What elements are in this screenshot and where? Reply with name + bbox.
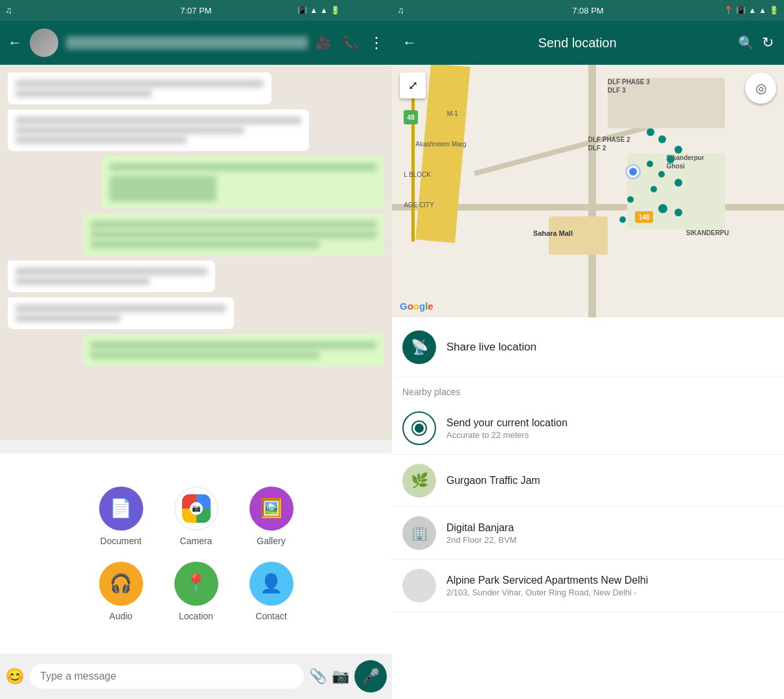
- vibrate-icon-r: 📳: [736, 6, 746, 15]
- audio-icon: 🎧: [110, 573, 132, 594]
- building-icon: 🏢: [411, 525, 428, 542]
- expand-icon: ⤢: [408, 78, 418, 93]
- traffic-jam-name: Gurgaon Traffic Jam: [446, 475, 774, 487]
- action-contact[interactable]: 👤 Contact: [249, 562, 294, 621]
- vibrate-icon: 📳: [297, 6, 307, 15]
- refresh-icon[interactable]: ↻: [762, 34, 774, 51]
- google-logo: Google: [400, 301, 433, 312]
- live-location-icon: 📡: [411, 339, 428, 356]
- location-label: Location: [179, 611, 213, 621]
- document-label: Document: [100, 536, 142, 546]
- gallery-icon-circle: 🖼️: [249, 487, 294, 531]
- place-icon-traffic: 🌿: [402, 464, 436, 498]
- camera-label: Camera: [180, 536, 213, 546]
- current-location-icon: [402, 411, 436, 445]
- current-location-accuracy: Accurate to 22 meters: [446, 430, 774, 440]
- contact-label: Contact: [255, 611, 286, 621]
- action-location[interactable]: 📍 Location: [174, 562, 218, 621]
- chat-area: [0, 65, 392, 441]
- send-location-header: ← Send location 🔍 ↻: [392, 21, 784, 65]
- phone-icon[interactable]: 📞: [342, 35, 358, 51]
- current-location-item[interactable]: Send your current location Accurate to 2…: [392, 402, 784, 455]
- message-bubble: [8, 73, 271, 104]
- map-area: DLF PHASE 3DLF 3 DLF PHASE 2DLF 2 Sikand…: [392, 65, 784, 317]
- search-icon[interactable]: 🔍: [738, 35, 754, 51]
- leaf-icon: 🌿: [411, 472, 428, 489]
- alpine-info: Alpine Park Serviced Apartments New Delh…: [446, 575, 774, 597]
- time-left: 7:07 PM: [180, 6, 211, 16]
- back-button[interactable]: ←: [8, 34, 22, 51]
- input-bar: 😊 📎 📷 🎤: [0, 654, 392, 699]
- spotify-icon-right: ♫: [397, 5, 404, 16]
- signal-icon-r: ▲: [759, 6, 767, 15]
- share-live-location-item[interactable]: 📡 Share live location: [392, 317, 784, 378]
- battery-icon-r: 🔋: [769, 6, 779, 15]
- signal-icon: ▲: [320, 6, 328, 15]
- place-icon-banjara: 🏢: [402, 516, 436, 550]
- action-drawer: 📄 Document 📷 Camera 🖼️ Ga: [0, 453, 392, 654]
- banjara-name: Digital Banjara: [446, 522, 774, 534]
- message-input[interactable]: [30, 664, 304, 689]
- mic-icon: 🎤: [362, 668, 380, 685]
- action-gallery[interactable]: 🖼️ Gallery: [249, 487, 294, 546]
- back-from-location-button[interactable]: ←: [402, 34, 417, 51]
- audio-label: Audio: [110, 611, 133, 621]
- place-icon-alpine: [402, 569, 436, 602]
- location-icon-circle: 📍: [174, 562, 218, 606]
- location-status-icon: 📍: [724, 6, 733, 15]
- place-item-banjara[interactable]: 🏢 Digital Banjara 2nd Floor 22, BVM: [392, 507, 784, 560]
- contact-name: [66, 36, 308, 49]
- current-location-name: Send your current location: [446, 417, 774, 429]
- time-right: 7:08 PM: [572, 6, 603, 16]
- crosshair-icon: ◎: [755, 80, 767, 96]
- attach-button[interactable]: 📎: [309, 668, 327, 685]
- message-bubble: [83, 214, 384, 255]
- locate-me-button[interactable]: ◎: [745, 73, 776, 104]
- location-icon: 📍: [185, 573, 207, 594]
- share-live-label: Share live location: [446, 341, 536, 354]
- avatar: [30, 29, 58, 57]
- send-location-title: Send location: [424, 36, 730, 51]
- wifi-icon-r: ▲: [748, 6, 756, 15]
- contact-icon-circle: 👤: [249, 562, 294, 606]
- nearby-places-label: Nearby places: [392, 378, 784, 402]
- document-icon-circle: 📄: [99, 487, 143, 531]
- banjara-info: Digital Banjara 2nd Floor 22, BVM: [446, 522, 774, 545]
- action-audio[interactable]: 🎧 Audio: [99, 562, 143, 621]
- place-item-traffic[interactable]: 🌿 Gurgaon Traffic Jam: [392, 455, 784, 507]
- wifi-icon: ▲: [310, 6, 317, 15]
- gallery-label: Gallery: [257, 536, 285, 546]
- more-options-icon[interactable]: ⋮: [369, 34, 384, 52]
- share-live-icon: 📡: [402, 330, 436, 364]
- message-bubble: [8, 260, 215, 292]
- banjara-address: 2nd Floor 22, BVM: [446, 535, 774, 545]
- camera-icon-circle: 📷: [174, 487, 218, 531]
- message-bubble: [8, 297, 234, 329]
- contact-icon: 👤: [260, 573, 282, 594]
- battery-icon: 🔋: [330, 6, 340, 15]
- video-call-icon[interactable]: 🎥: [316, 35, 332, 51]
- status-bar-left: ♫ 📳 ▲ ▲ 🔋 7:07 PM: [0, 0, 392, 21]
- audio-icon-circle: 🎧: [99, 562, 143, 606]
- alpine-name: Alpine Park Serviced Apartments New Delh…: [446, 575, 774, 586]
- message-bubble: [8, 109, 309, 151]
- action-document[interactable]: 📄 Document: [99, 487, 143, 546]
- location-panel: 📡 Share live location Nearby places Send…: [392, 317, 784, 699]
- gallery-icon: 🖼️: [260, 498, 282, 519]
- expand-map-button[interactable]: ⤢: [400, 73, 426, 98]
- message-bubble: [83, 334, 384, 366]
- mic-button[interactable]: 🎤: [354, 660, 387, 693]
- document-icon: 📄: [110, 498, 132, 519]
- message-bubble: [102, 156, 384, 209]
- action-camera[interactable]: 📷 Camera: [174, 487, 218, 546]
- emoji-button[interactable]: 😊: [5, 667, 25, 685]
- camera-button[interactable]: 📷: [332, 668, 349, 685]
- alpine-address: 2/103, Sunder Vihar, Outer Ring Road, Ne…: [446, 588, 774, 597]
- spotify-icon-left: ♫: [5, 5, 12, 16]
- chat-header: ← 🎥 📞 ⋮: [0, 21, 392, 65]
- current-location-info: Send your current location Accurate to 2…: [446, 417, 774, 440]
- status-bar-right: ♫ 7:08 PM 📍 📳 ▲ ▲ 🔋: [392, 0, 784, 21]
- traffic-jam-info: Gurgaon Traffic Jam: [446, 475, 774, 487]
- place-item-alpine[interactable]: Alpine Park Serviced Apartments New Delh…: [392, 560, 784, 612]
